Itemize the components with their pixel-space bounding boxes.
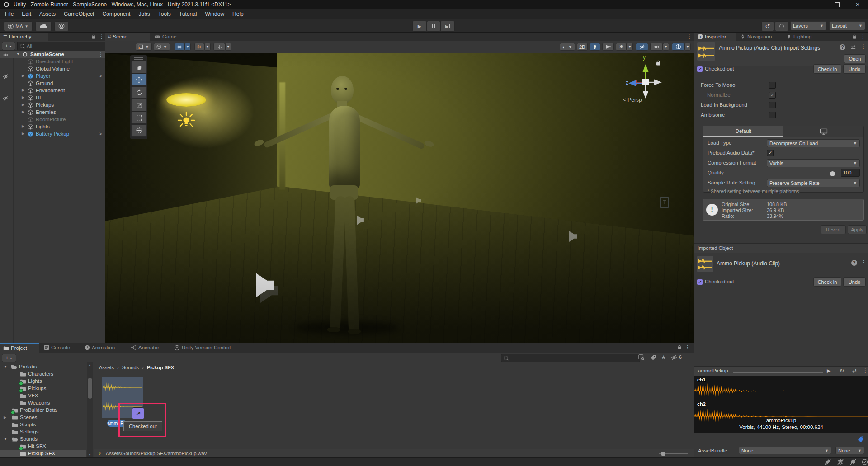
object-menu-kebab[interactable]: ⋮ bbox=[861, 259, 867, 265]
scene-audio-toggle[interactable] bbox=[602, 43, 614, 51]
2d-toggle[interactable]: 2D bbox=[577, 43, 588, 51]
background-tasks-icon[interactable] bbox=[862, 459, 868, 465]
undo-checkout-button[interactable]: Undo bbox=[843, 277, 866, 287]
search-in-assets-icon[interactable] bbox=[638, 354, 645, 361]
tree-row[interactable]: ▶ Scenes bbox=[0, 414, 86, 421]
grid-snapping-toggle[interactable] bbox=[194, 43, 204, 51]
scroll-up-icon[interactable]: ▲ bbox=[88, 363, 91, 367]
camera-overlay-dropdown[interactable]: ▼ bbox=[663, 43, 669, 51]
menu-edit[interactable]: Edit bbox=[18, 9, 35, 19]
open-button[interactable]: Open bbox=[844, 54, 866, 63]
speaker-gizmo-icon[interactable] bbox=[256, 272, 282, 298]
check-in-button[interactable]: Check in bbox=[813, 64, 841, 74]
preview-autoplay-toggle[interactable]: ↻ bbox=[840, 367, 844, 374]
lock-icon[interactable] bbox=[852, 34, 857, 39]
overlay-drag-handle[interactable] bbox=[134, 57, 143, 60]
tab-hierarchy[interactable]: ☰ Hierarchy bbox=[0, 33, 48, 41]
layers-disabled-icon[interactable] bbox=[837, 459, 844, 465]
foldout-closed-icon[interactable]: ▶ bbox=[22, 103, 24, 107]
notifications-muted-icon[interactable] bbox=[850, 459, 856, 465]
scroll-down-icon[interactable]: ▼ bbox=[88, 453, 91, 456]
tree-row[interactable]: Hit SFX bbox=[0, 443, 86, 450]
effects-dropdown[interactable]: ▼ bbox=[627, 43, 633, 51]
force-to-mono-checkbox[interactable] bbox=[769, 82, 776, 89]
foldout-closed-icon[interactable]: ▶ bbox=[4, 415, 6, 419]
tree-row-sounds[interactable]: ▼ Sounds bbox=[0, 436, 86, 443]
scrollbar-thumb[interactable] bbox=[88, 378, 92, 399]
menu-help[interactable]: Help bbox=[228, 9, 248, 19]
load-in-background-checkbox[interactable] bbox=[769, 102, 776, 108]
tab-navigation[interactable]: Navigation bbox=[737, 33, 782, 41]
ambisonic-checkbox[interactable] bbox=[769, 112, 776, 118]
camera-overlay-toggle[interactable] bbox=[650, 43, 663, 51]
maximize-button[interactable] bbox=[826, 0, 847, 9]
label-tag-icon[interactable] bbox=[650, 354, 656, 361]
tab-project[interactable]: Project bbox=[0, 343, 39, 353]
tab-animator[interactable]: Animator bbox=[127, 343, 169, 353]
tree-row-pickup-sfx-selected[interactable]: Pickup SFX bbox=[0, 450, 86, 457]
tree-row-prefabs[interactable]: ▼ Prefabs bbox=[0, 363, 86, 371]
pause-button[interactable] bbox=[427, 21, 440, 32]
grid-visibility-toggle[interactable] bbox=[175, 43, 184, 51]
hierarchy-row[interactable]: Global Volume bbox=[0, 66, 105, 73]
tab-lighting[interactable]: Lighting bbox=[783, 33, 824, 41]
inspector-menu-kebab[interactable]: ⋮ bbox=[860, 33, 866, 40]
thumbnail-zoom-slider[interactable] bbox=[659, 453, 688, 454]
hierarchy-row[interactable]: Directional Light bbox=[0, 58, 105, 66]
foldout-closed-icon[interactable]: ▶ bbox=[22, 95, 24, 99]
apply-button[interactable]: Apply bbox=[848, 225, 867, 234]
menu-window[interactable]: Window bbox=[201, 9, 228, 19]
gizmos-dropdown[interactable]: ▼ bbox=[684, 43, 691, 51]
transform-tool-button[interactable] bbox=[131, 124, 147, 137]
tool-settings-pivot-dropdown[interactable]: ▼ bbox=[136, 43, 152, 51]
slider-knob[interactable] bbox=[661, 452, 665, 456]
hidden-count-eye-icon[interactable] bbox=[671, 354, 677, 361]
hierarchy-menu-kebab[interactable]: ⋮ bbox=[99, 33, 104, 40]
load-type-dropdown[interactable]: Decompress On Load▼ bbox=[767, 139, 860, 147]
project-search-input[interactable] bbox=[501, 354, 640, 362]
rotate-tool-button[interactable] bbox=[131, 86, 147, 99]
tree-row[interactable]: Pickups bbox=[0, 385, 86, 392]
favorites-star-icon[interactable]: ★ bbox=[661, 354, 666, 361]
header-menu-kebab[interactable]: ⋮ bbox=[861, 43, 866, 50]
quality-value-field[interactable]: 100 bbox=[841, 169, 860, 177]
tab-scene[interactable]: # Scene bbox=[105, 33, 150, 41]
step-button[interactable]: ▶ bbox=[440, 21, 455, 32]
preload-audio-data-checkbox[interactable]: ✓ bbox=[767, 150, 774, 156]
foldout-open-icon[interactable]: ▼ bbox=[16, 52, 20, 56]
snap-increment-dropdown[interactable]: ▼ bbox=[225, 43, 231, 51]
help-icon[interactable]: ? bbox=[840, 44, 845, 50]
foldout-closed-icon[interactable]: ▶ bbox=[22, 124, 24, 128]
shading-mode-dropdown[interactable]: ◐▼ bbox=[560, 43, 575, 51]
assetbundle-dropdown[interactable]: None▼ bbox=[739, 447, 831, 454]
menu-component[interactable]: Component bbox=[98, 9, 134, 19]
global-search-button[interactable] bbox=[775, 21, 788, 31]
foldout-open-icon[interactable]: ▼ bbox=[4, 365, 7, 369]
grid-visibility-dropdown[interactable]: ▼ bbox=[184, 43, 191, 51]
create-object-button[interactable]: +▼ bbox=[2, 42, 15, 50]
view-tool-button[interactable] bbox=[131, 61, 147, 73]
menu-assets[interactable]: Assets bbox=[35, 9, 60, 19]
scale-tool-button[interactable] bbox=[131, 99, 147, 111]
waveform-display[interactable]: ch1 ch2 ammoPickup Vorbis, 44100 Hz, Ste… bbox=[694, 376, 868, 433]
tab-console[interactable]: Console bbox=[41, 343, 80, 353]
tree-row[interactable]: ProBuilder Data bbox=[0, 407, 86, 414]
speaker-gizmo-icon[interactable] bbox=[416, 197, 423, 204]
tree-row[interactable]: Characters bbox=[0, 371, 86, 378]
unity-services-button[interactable] bbox=[54, 21, 69, 31]
asset-grid[interactable]: ammoPickup ↗ Checked out bbox=[94, 372, 694, 449]
tree-row[interactable]: Weapons bbox=[0, 400, 86, 407]
move-tool-button[interactable] bbox=[131, 74, 147, 86]
eye-visible-icon[interactable] bbox=[3, 52, 9, 58]
account-button[interactable]: MA ▼ bbox=[4, 21, 33, 31]
preview-loop-toggle[interactable]: ⇄ bbox=[852, 367, 857, 374]
tree-row[interactable]: Scripts bbox=[0, 421, 86, 428]
play-button[interactable]: ▶ bbox=[412, 21, 427, 32]
tree-row[interactable]: Settings bbox=[0, 428, 86, 436]
reflection-probe-gizmo[interactable]: T bbox=[660, 197, 669, 208]
menu-tools[interactable]: Tools bbox=[154, 9, 175, 19]
compression-format-dropdown[interactable]: Vorbis▼ bbox=[767, 159, 860, 167]
foldout-closed-icon[interactable]: ▶ bbox=[22, 110, 24, 114]
hierarchy-row-ui[interactable]: ▶ UI bbox=[0, 94, 105, 102]
presets-icon[interactable] bbox=[850, 44, 856, 50]
